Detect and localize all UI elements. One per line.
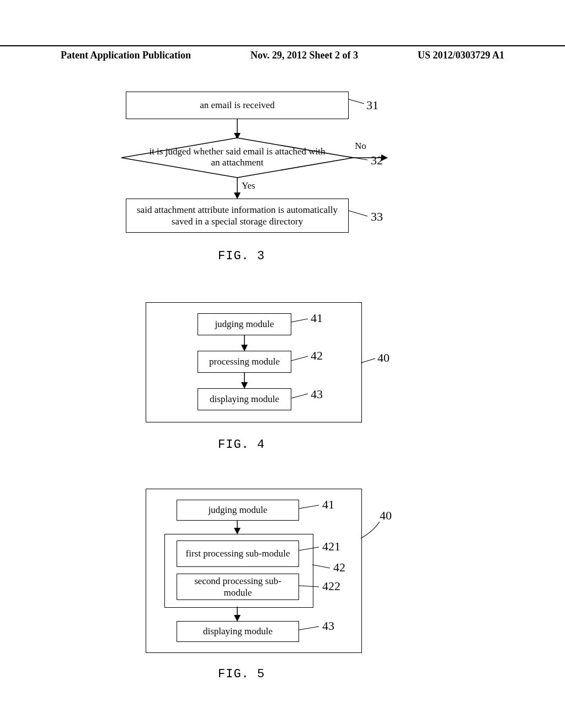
fig3-decision-text: it is judged whether said email is attac… xyxy=(149,146,326,169)
fig3-yes-label: Yes xyxy=(242,180,255,191)
svg-line-9 xyxy=(291,319,308,322)
svg-line-10 xyxy=(291,356,308,361)
svg-line-11 xyxy=(291,394,308,398)
svg-line-18 xyxy=(299,586,319,587)
fig4-ref-43: 43 xyxy=(311,387,323,402)
fig3-box-33: said attachment attribute information is… xyxy=(126,199,349,233)
fig5-ref-422: 422 xyxy=(322,579,340,593)
svg-line-19 xyxy=(299,627,319,630)
fig3-ref-33: 33 xyxy=(371,210,383,224)
fig4-ref-41: 41 xyxy=(311,311,323,325)
svg-line-17 xyxy=(312,565,330,568)
fig5-ref-40: 40 xyxy=(380,508,392,523)
fig5-caption: FIG. 5 xyxy=(218,667,265,681)
svg-line-16 xyxy=(299,547,319,550)
svg-line-12 xyxy=(361,358,375,363)
svg-line-15 xyxy=(299,505,319,508)
fig4-lines xyxy=(0,298,565,441)
fig3-no-label: No xyxy=(355,141,366,152)
fig5-lines xyxy=(0,485,565,673)
fig4-ref-40: 40 xyxy=(377,351,390,365)
fig3-lines xyxy=(0,0,565,276)
svg-line-0 xyxy=(349,99,364,104)
fig4-ref-42: 42 xyxy=(311,349,323,363)
fig4-caption: FIG. 4 xyxy=(218,438,265,452)
fig5-ref-43: 43 xyxy=(322,619,334,633)
fig5-ref-41: 41 xyxy=(322,497,334,512)
fig3-caption: FIG. 3 xyxy=(218,249,265,263)
fig5-ref-421: 421 xyxy=(322,539,340,554)
fig3-ref-32: 32 xyxy=(371,153,383,168)
svg-line-6 xyxy=(349,211,367,216)
fig5-ref-42: 42 xyxy=(333,560,345,575)
